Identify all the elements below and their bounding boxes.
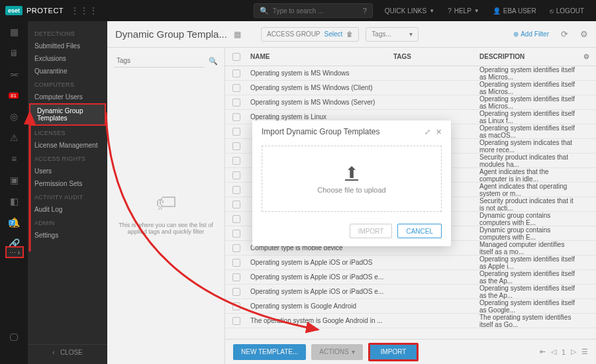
dashboard-icon[interactable]: ▦ — [7, 25, 21, 38]
user-icon: 👤 — [493, 7, 501, 15]
expand-button[interactable]: ⋯ › — [5, 246, 24, 258]
apps-grid-icon[interactable]: ⋮⋮⋮ — [70, 5, 98, 16]
chevron-down-icon: ▼ — [474, 8, 479, 14]
logout-icon: ⎋ — [550, 7, 554, 15]
nav-item[interactable]: Computer Users — [28, 91, 107, 103]
icon-sidebar: ▦ 🖥 ⫘ 🛡81 ◎ ⚠ ≡ ▣ ◧ 🔔7 🔗 ⋯ › 🖵 — [0, 21, 28, 364]
chevron-down-icon: ▼ — [429, 8, 434, 14]
target-icon[interactable]: ◎ — [7, 110, 21, 123]
nav-section-title: ACTIVITY AUDIT — [28, 190, 107, 203]
help-circle-icon: ? — [448, 7, 452, 15]
nav-item[interactable]: Exclusions — [28, 52, 107, 65]
policy-icon[interactable]: ◧ — [7, 195, 21, 208]
modal-import-button[interactable]: IMPORT — [350, 224, 393, 238]
monitor-icon[interactable]: 🖥 — [7, 46, 21, 60]
main-area: Dynamic Group Templa... ▦ ACCESS GROUP S… — [107, 21, 596, 364]
modal-cancel-button[interactable]: CANCEL — [397, 224, 442, 238]
chart-icon[interactable]: ≡ — [7, 152, 21, 165]
nav-section-title: COMPUTERS — [28, 77, 107, 91]
nav-item[interactable]: Audit Log — [28, 203, 107, 216]
nav-item[interactable]: Settings — [28, 229, 107, 242]
nav-close[interactable]: ‹ CLOSE — [28, 344, 107, 360]
nav-item[interactable]: Dynamic Group Templates — [29, 103, 106, 126]
shield-icon[interactable]: 🛡81 — [7, 89, 21, 102]
close-icon[interactable]: ✕ — [436, 128, 442, 136]
brand-name: PROTECT — [26, 7, 64, 15]
badge: 81 — [9, 93, 19, 99]
bell-icon[interactable]: 🔔7 — [7, 216, 21, 229]
nav-item[interactable]: Permission Sets — [28, 177, 107, 190]
nav-section-title: LICENSES — [28, 126, 107, 139]
nav-section-title: ACCESS RIGHTS — [28, 152, 107, 165]
nav-panel: DETECTIONSSubmitted FilesExclusionsQuara… — [28, 21, 107, 364]
upload-icon: ⬆ — [345, 163, 358, 181]
nav-section-title: ADMIN — [28, 216, 107, 229]
user-menu[interactable]: 👤EBA USER — [486, 7, 543, 15]
modal-title: Import Dynamic Group Templates — [262, 127, 380, 136]
brand-badge: eset — [5, 6, 23, 15]
nav-section-title: DETECTIONS — [28, 26, 107, 40]
global-search[interactable]: 🔍 ? — [254, 3, 373, 18]
logout-button[interactable]: ⎋LOGOUT — [543, 7, 591, 15]
nav-item[interactable]: Quarantine — [28, 65, 107, 77]
display-icon[interactable]: 🖵 — [7, 331, 21, 344]
modal-overlay: Import Dynamic Group Templates ⤢ ✕ ⬆ Cho… — [107, 21, 596, 364]
nav-item[interactable]: License Management — [28, 139, 107, 152]
warning-icon[interactable]: ⚠ — [7, 131, 21, 144]
file-drop-zone[interactable]: ⬆ Choose file to upload — [262, 146, 442, 212]
brand: eset PROTECT — [5, 6, 64, 15]
badge: 7 — [9, 220, 15, 226]
nav-item[interactable]: Users — [28, 165, 107, 177]
search-icon: 🔍 — [260, 7, 269, 15]
help-menu[interactable]: ?HELP▼ — [441, 7, 486, 15]
share-icon[interactable]: ⫘ — [7, 68, 21, 81]
expand-icon[interactable]: ⤢ — [424, 128, 430, 136]
nav-item[interactable]: Submitted Files — [28, 40, 107, 52]
top-bar: eset PROTECT ⋮⋮⋮ 🔍 ? QUICK LINKS▼ ?HELP▼… — [0, 0, 596, 21]
search-input[interactable] — [273, 7, 359, 15]
help-icon[interactable]: ? — [363, 7, 367, 15]
package-icon[interactable]: ▣ — [7, 173, 21, 187]
drop-label: Choose file to upload — [317, 186, 385, 194]
quick-links[interactable]: QUICK LINKS▼ — [378, 7, 441, 15]
import-modal: Import Dynamic Group Templates ⤢ ✕ ⬆ Cho… — [252, 120, 451, 246]
